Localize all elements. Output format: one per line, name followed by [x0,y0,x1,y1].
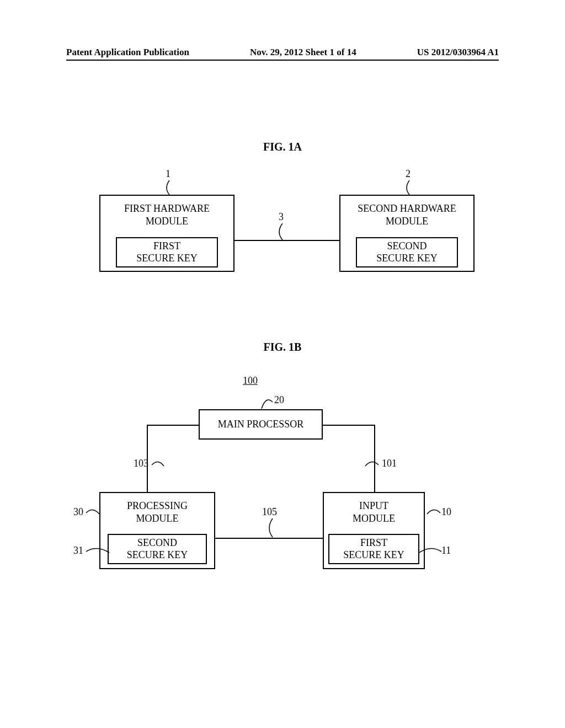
proc-second-secure-key-box: SECOND SECURE KEY [108,534,207,564]
ref-3-leader [275,223,286,241]
proc-second-secure-key-label: SECOND SECURE KEY [127,537,188,561]
ref-31-leader [86,546,110,556]
input-first-secure-key-box: FIRST SECURE KEY [328,534,419,564]
header-rule [66,60,499,61]
second-secure-key-box: SECOND SECURE KEY [356,237,458,267]
ref-105-leader [265,518,276,538]
conn-right-h [323,425,375,426]
ref-10-leader [426,507,440,517]
ref-30: 30 [73,506,83,518]
first-secure-key-box: FIRST SECURE KEY [116,237,218,267]
ref-101-leader [364,459,380,469]
main-processor-label: MAIN PROCESSOR [218,419,304,430]
ref-101: 101 [382,458,397,469]
page-header: Patent Application Publication Nov. 29, … [0,47,565,58]
input-module-title: INPUT MODULE [353,500,395,526]
main-processor-box: MAIN PROCESSOR [199,409,323,440]
fig1b-label: FIG. 1B [0,341,565,354]
ref-30-leader [86,507,100,517]
conn-line-a [234,240,339,241]
ref-1-leader [162,180,173,196]
ref-100: 100 [243,375,258,387]
ref-20: 20 [274,394,284,406]
second-secure-key-label: SECOND SECURE KEY [376,240,438,264]
ref-2: 2 [406,168,411,180]
header-right: US 2012/0303964 A1 [417,47,499,58]
ref-20-leader [259,395,275,411]
first-hardware-module-title: FIRST HARDWARE MODULE [124,202,210,228]
ref-3: 3 [279,211,284,223]
conn-right-v [374,425,375,492]
ref-2-leader [402,180,413,196]
ref-11: 11 [441,545,451,556]
ref-31: 31 [73,545,83,556]
ref-10: 10 [441,506,451,518]
ref-11-leader [418,546,443,556]
ref-1: 1 [166,168,170,180]
second-hardware-module-title: SECOND HARDWARE MODULE [358,202,456,228]
header-center: Nov. 29, 2012 Sheet 1 of 14 [250,47,356,58]
input-first-secure-key-label: FIRST SECURE KEY [343,537,404,561]
ref-103-leader [152,459,165,469]
ref-103: 103 [134,458,148,469]
fig1a-label: FIG. 1A [0,141,565,153]
processing-module-title: PROCESSING MODULE [127,500,188,526]
conn-left-h [147,425,199,426]
first-secure-key-label: FIRST SECURE KEY [136,240,198,264]
ref-105: 105 [262,506,277,518]
header-left: Patent Application Publication [66,47,189,58]
